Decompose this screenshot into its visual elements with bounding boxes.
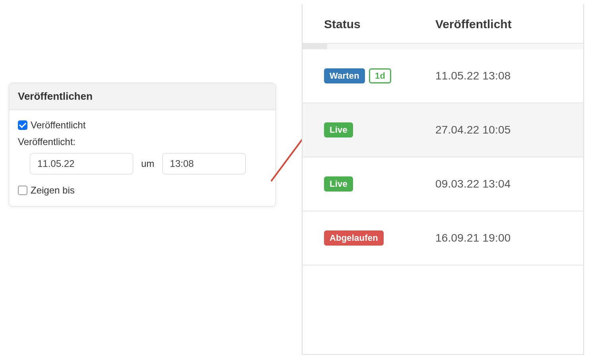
status-table: Status Veröffentlicht Warten1d11.05.22 1… — [302, 4, 584, 355]
publish-panel: Veröffentlichen Veröffentlicht Veröffent… — [9, 83, 276, 207]
table-body: Warten1d11.05.22 13:08Live27.04.22 10:05… — [303, 49, 583, 265]
status-cell: Warten1d — [324, 68, 435, 83]
published-date-input[interactable] — [30, 153, 133, 174]
status-badge: Live — [324, 176, 353, 192]
published-cell: 16.09.21 19:00 — [435, 232, 562, 244]
status-badge: Live — [324, 122, 353, 137]
status-cell: Live — [324, 176, 435, 192]
show-until-row: Zeigen bis — [18, 185, 267, 196]
table-row[interactable]: Live27.04.22 10:05 — [303, 103, 583, 157]
publish-panel-title: Veröffentlichen — [9, 83, 276, 110]
published-cell: 27.04.22 10:05 — [435, 124, 562, 136]
column-header-status[interactable]: Status — [324, 17, 435, 31]
show-until-checkbox[interactable] — [18, 186, 27, 195]
published-at-label: Veröffentlicht: — [18, 136, 267, 147]
table-header-row: Status Veröffentlicht — [303, 4, 583, 44]
published-checkbox-label[interactable]: Veröffentlicht — [31, 120, 85, 131]
status-badge: Abgelaufen — [324, 230, 384, 246]
at-label: um — [141, 158, 154, 169]
duration-badge: 1d — [369, 68, 391, 83]
horizontal-scrollbar[interactable] — [303, 44, 583, 49]
status-cell: Live — [324, 122, 435, 137]
publish-panel-body: Veröffentlicht Veröffentlicht: um Zeigen… — [9, 110, 276, 206]
published-checkbox-row: Veröffentlicht — [18, 120, 267, 131]
published-cell: 11.05.22 13:08 — [435, 70, 562, 82]
column-header-published[interactable]: Veröffentlicht — [435, 17, 562, 31]
published-time-input[interactable] — [162, 153, 246, 174]
table-row[interactable]: Abgelaufen16.09.21 19:00 — [303, 211, 583, 265]
published-cell: 09.03.22 13:04 — [435, 178, 562, 190]
published-checkbox[interactable] — [18, 120, 27, 130]
published-datetime-row: um — [18, 153, 267, 174]
status-badge: Warten — [324, 68, 365, 83]
table-row[interactable]: Warten1d11.05.22 13:08 — [303, 49, 583, 103]
status-cell: Abgelaufen — [324, 230, 435, 246]
show-until-label[interactable]: Zeigen bis — [31, 185, 75, 196]
table-row[interactable]: Live09.03.22 13:04 — [303, 157, 583, 211]
